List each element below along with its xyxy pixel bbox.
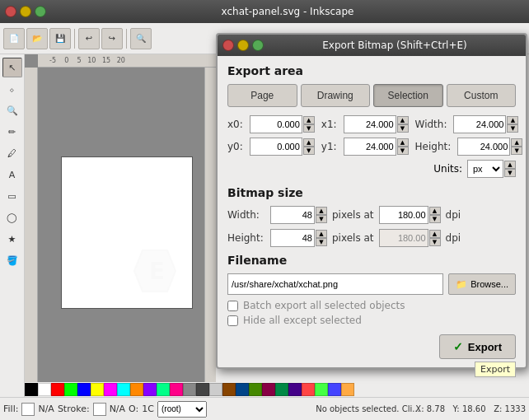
palette-color[interactable]	[104, 383, 117, 396]
palette-color[interactable]	[288, 383, 302, 396]
height-input[interactable]	[457, 138, 510, 156]
dialog-close-button[interactable]	[222, 40, 234, 51]
units-down[interactable]: ▼	[504, 169, 516, 177]
y1-up[interactable]: ▲	[397, 138, 409, 147]
new-icon[interactable]: 📄	[3, 28, 25, 49]
bm-height-up[interactable]: ▲	[316, 230, 327, 238]
palette-color[interactable]	[51, 383, 64, 396]
palette-color[interactable]	[64, 383, 77, 396]
y0-up[interactable]: ▲	[303, 138, 315, 147]
x0-spinner: ▲ ▼	[303, 116, 315, 133]
pixels-at-label-1: pixels at	[332, 209, 374, 221]
browse-button[interactable]: 📁 Browse...	[448, 273, 516, 295]
open-icon[interactable]: 📂	[26, 28, 48, 49]
palette-color[interactable]	[196, 383, 209, 396]
x0-input[interactable]	[250, 115, 302, 133]
bm-dpi-height-field: ▲ ▼	[379, 229, 441, 247]
y0-down[interactable]: ▼	[303, 147, 315, 155]
units-select[interactable]: px mm cm in	[467, 160, 503, 178]
bm-dpi-height-input[interactable]	[379, 229, 428, 247]
filename-input[interactable]	[227, 273, 443, 295]
bm-width-up[interactable]: ▲	[316, 207, 327, 215]
save-icon[interactable]: 💾	[49, 28, 71, 49]
height-up[interactable]: ▲	[511, 138, 522, 147]
batch-checkbox[interactable]	[227, 301, 238, 311]
bm-height-input[interactable]	[270, 229, 315, 247]
fill-label: Fill:	[3, 404, 18, 414]
bm-dpi-height-down[interactable]: ▼	[429, 238, 441, 246]
palette-color[interactable]	[222, 383, 236, 396]
y1-down[interactable]: ▼	[397, 147, 409, 155]
root-select[interactable]: (root)	[157, 401, 207, 418]
bm-dpi-width-field: ▲ ▼	[379, 206, 441, 224]
palette-color[interactable]	[341, 383, 354, 396]
palette-color[interactable]	[183, 383, 196, 396]
pen-tool[interactable]: 🖊	[2, 143, 22, 163]
color-palette[interactable]	[25, 382, 529, 397]
x1-up[interactable]: ▲	[397, 116, 409, 124]
width-input[interactable]	[453, 115, 506, 133]
select-tool[interactable]: ↖	[2, 58, 22, 77]
width-down[interactable]: ▼	[507, 124, 518, 133]
bm-height-down[interactable]: ▼	[316, 238, 327, 246]
palette-color[interactable]	[77, 383, 91, 396]
palette-color[interactable]	[249, 383, 262, 396]
close-button[interactable]	[5, 6, 16, 17]
vertical-scrollbar[interactable]	[204, 68, 216, 385]
y0-input[interactable]	[250, 138, 302, 156]
hide-checkbox[interactable]	[227, 315, 238, 326]
y1-input[interactable]	[344, 138, 396, 156]
palette-color[interactable]	[130, 383, 143, 396]
palette-color[interactable]	[262, 383, 275, 396]
palette-color[interactable]	[275, 383, 288, 396]
tab-selection[interactable]: Selection	[373, 84, 443, 107]
rect-tool[interactable]: ▭	[2, 186, 22, 206]
maximize-button[interactable]	[35, 6, 46, 17]
palette-color[interactable]	[302, 383, 315, 396]
dialog-min-button[interactable]	[237, 40, 249, 51]
palette-color[interactable]	[25, 383, 38, 396]
undo-icon[interactable]: ↩	[78, 28, 100, 49]
tab-custom[interactable]: Custom	[447, 84, 517, 107]
palette-color[interactable]	[170, 383, 183, 396]
palette-color[interactable]	[328, 383, 341, 396]
pencil-tool[interactable]: ✏	[2, 122, 22, 142]
fill-tool[interactable]: 🪣	[2, 250, 22, 270]
bm-width-down[interactable]: ▼	[316, 215, 327, 223]
palette-color[interactable]	[315, 383, 328, 396]
x0-up[interactable]: ▲	[303, 116, 315, 124]
redo-icon[interactable]: ↪	[101, 28, 123, 49]
zoom-tool[interactable]: 🔍	[2, 100, 22, 120]
canvas-content[interactable]: E	[38, 68, 216, 397]
bm-dpi-width-up[interactable]: ▲	[429, 207, 441, 215]
units-up[interactable]: ▲	[504, 161, 516, 169]
palette-color[interactable]	[236, 383, 249, 396]
circle-tool[interactable]: ◯	[2, 208, 22, 227]
zoom-in-icon[interactable]: 🔍	[130, 28, 152, 49]
palette-color[interactable]	[209, 383, 222, 396]
bm-width-input[interactable]	[270, 206, 315, 224]
width-up[interactable]: ▲	[507, 116, 518, 124]
text-tool[interactable]: A	[2, 165, 22, 184]
palette-color[interactable]	[117, 383, 130, 396]
palette-color[interactable]	[157, 383, 170, 396]
bm-dpi-height-up[interactable]: ▲	[429, 230, 441, 238]
palette-color[interactable]	[143, 383, 157, 396]
minimize-button[interactable]	[20, 6, 31, 17]
tab-page[interactable]: Page	[227, 84, 297, 107]
star-tool[interactable]: ★	[2, 229, 22, 249]
x0-down[interactable]: ▼	[303, 124, 315, 133]
node-tool[interactable]: ⬦	[2, 79, 22, 99]
dialog-max-button[interactable]	[252, 40, 264, 51]
height-down[interactable]: ▼	[511, 147, 522, 155]
palette-color[interactable]	[91, 383, 104, 396]
x1-input[interactable]	[344, 115, 396, 133]
export-button[interactable]: ✓ Export	[439, 334, 516, 359]
bitmap-width-row: Width: ▲ ▼ pixels at ▲ ▼ dpi	[227, 206, 516, 224]
bm-dpi-width-input[interactable]	[379, 206, 428, 224]
bm-dpi-width-down[interactable]: ▼	[429, 215, 441, 223]
export-bitmap-dialog: Export Bitmap (Shift+Ctrl+E) Export area…	[216, 33, 527, 369]
palette-color[interactable]	[38, 383, 51, 396]
x1-down[interactable]: ▼	[397, 124, 409, 133]
tab-drawing[interactable]: Drawing	[301, 84, 371, 107]
